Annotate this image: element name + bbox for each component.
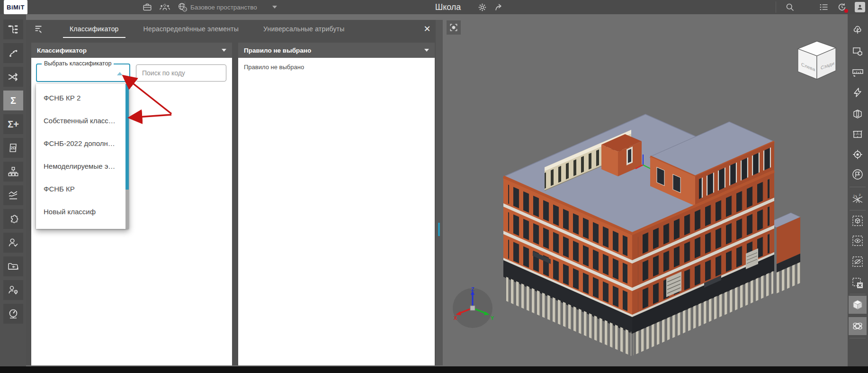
tool-shaded-view[interactable] — [849, 296, 867, 314]
tool-flag[interactable] — [849, 165, 867, 183]
tool-section-axes[interactable]: 1 2 — [849, 190, 867, 208]
dropdown-scrollbar-thumb[interactable] — [125, 84, 129, 190]
tool-shuffle-links[interactable] — [3, 67, 23, 87]
rule-subpanel-header[interactable]: Правило не выбрано — [238, 43, 435, 58]
tool-trend-chart[interactable] — [3, 185, 23, 205]
clear-box-x-icon — [851, 277, 864, 289]
tool-floor-plan[interactable] — [849, 125, 867, 143]
notifications-button[interactable] — [837, 2, 847, 12]
axis-y-label: Y — [491, 315, 494, 321]
rule-subpanel: Правило не выбрано Правило не выбрано — [238, 43, 435, 365]
classifier-header-label: Классификатор — [37, 47, 87, 54]
settings-gear-icon[interactable] — [477, 2, 487, 12]
toolbar-separator — [850, 294, 866, 294]
tool-section-cube[interactable] — [849, 105, 867, 123]
section-cube-icon — [852, 108, 863, 119]
user-avatar-icon[interactable] — [855, 2, 865, 12]
app-logo[interactable]: BiMiT — [4, 0, 27, 14]
tool-copy-hexagon[interactable] — [849, 42, 867, 60]
tool-clear-isolation[interactable] — [849, 274, 867, 292]
tool-locate-target[interactable] — [849, 146, 867, 164]
person-icon — [856, 3, 864, 11]
sort-filter-icon[interactable] — [34, 24, 44, 34]
logo-text: BiMiT — [7, 4, 25, 11]
dropdown-option[interactable]: ФСНБ-2022 дополн… — [36, 132, 129, 155]
floor-plan-icon — [852, 128, 863, 140]
tool-orbit[interactable] — [849, 317, 867, 335]
building-model[interactable] — [490, 111, 822, 358]
solid-cube-icon — [851, 299, 864, 311]
tool-sigma-add[interactable]: Σ+ — [3, 114, 23, 134]
rule-subpanel-body: Правило не выбрано — [238, 58, 435, 365]
tool-flash-clip[interactable] — [849, 83, 867, 101]
right-toolbar: 1 2 — [848, 14, 868, 366]
tool-org-chart[interactable] — [3, 162, 23, 182]
bimit-app: BiMiT — [0, 0, 868, 373]
tool-folder-export[interactable] — [3, 256, 23, 276]
topbar-divider — [185, 1, 185, 13]
tool-user-location[interactable] — [3, 280, 23, 300]
tab-classifier[interactable]: Классификатор — [57, 20, 131, 38]
classifier-select[interactable]: Выбрать классификатор — [36, 64, 130, 82]
team-icon[interactable] — [159, 2, 170, 12]
axis-gizmo[interactable]: Z X Y — [449, 287, 496, 332]
svg-text:2: 2 — [859, 193, 861, 196]
dropdown-option[interactable]: Собственный класс… — [36, 109, 129, 132]
project-actions — [477, 0, 504, 14]
tool-user-check[interactable] — [3, 233, 23, 253]
classifier-subpanel-header[interactable]: Классификатор — [31, 43, 232, 58]
section-axes-icon: 1 2 — [851, 193, 864, 205]
tab-universal-attributes[interactable]: Универсальные атрибуты — [251, 20, 357, 38]
fit-view-button[interactable] — [447, 20, 461, 35]
svg-text:1: 1 — [853, 194, 855, 197]
panel-scroll-gutter[interactable] — [436, 20, 443, 365]
tool-measure[interactable] — [849, 63, 867, 81]
orbit-icon — [851, 320, 864, 332]
sigma-icon: Σ — [10, 96, 16, 105]
tab-unallocated-elements[interactable]: Нераспределённые элементы — [131, 20, 251, 38]
eye-dashed-icon — [851, 235, 864, 247]
chevron-down-icon — [424, 49, 429, 52]
tool-selection-spline[interactable] — [3, 43, 23, 63]
org-chart-icon — [8, 166, 19, 177]
model-tree-icon — [8, 24, 19, 35]
focus-frame-icon — [449, 23, 458, 32]
tool-model-tree[interactable] — [3, 19, 23, 39]
workspace-selector[interactable]: Базовое пространство — [190, 0, 277, 14]
trend-chart-icon — [8, 190, 19, 201]
viewport-workspace[interactable]: Слева Сзади Z X Y — [26, 14, 848, 366]
copy-hexagon-icon — [852, 45, 863, 56]
list-icon[interactable] — [819, 2, 829, 12]
tool-sigma-classifier[interactable]: Σ — [3, 91, 23, 110]
globe-clock-icon[interactable] — [177, 2, 188, 12]
dropdown-scrollbar[interactable] — [125, 84, 129, 229]
tool-sheet-2d[interactable]: 2D — [3, 138, 23, 158]
navigation-cube[interactable]: Слева Сзади — [791, 36, 843, 83]
dropdown-option[interactable]: ФСНБ КР — [36, 177, 129, 200]
dropdown-option[interactable]: Новый классиф — [36, 200, 129, 223]
tool-hide-selected[interactable] — [849, 253, 867, 271]
code-search-input[interactable] — [136, 64, 226, 82]
tool-dashboard-gauge[interactable] — [3, 304, 23, 324]
sheet-2d-icon: 2D — [8, 142, 19, 154]
dropdown-option[interactable]: ФСНБ КР 2 — [36, 86, 129, 109]
search-icon[interactable] — [785, 2, 795, 12]
notification-badge — [844, 9, 848, 13]
axis-z-label: Z — [471, 287, 474, 292]
tool-show-selected[interactable] — [849, 232, 867, 250]
tree-icon — [852, 24, 863, 35]
user-location-icon — [8, 284, 19, 296]
dropdown-option[interactable]: Немоделируемые э… — [36, 155, 129, 177]
topbar-right-icons — [785, 0, 865, 14]
flag-circle-icon — [851, 168, 864, 181]
briefcase-icon[interactable] — [142, 2, 152, 12]
flash-icon — [852, 87, 863, 98]
topbar-left-icons — [142, 0, 188, 14]
tool-isolate-selection[interactable] — [849, 212, 867, 230]
panel-scrollbar-thumb[interactable] — [438, 223, 440, 236]
close-icon[interactable]: ✕ — [421, 23, 433, 35]
ruler-icon — [851, 66, 864, 78]
tool-vegetation[interactable] — [849, 20, 867, 38]
share-icon[interactable] — [494, 2, 504, 12]
tool-plugin-puzzle[interactable] — [3, 209, 23, 229]
